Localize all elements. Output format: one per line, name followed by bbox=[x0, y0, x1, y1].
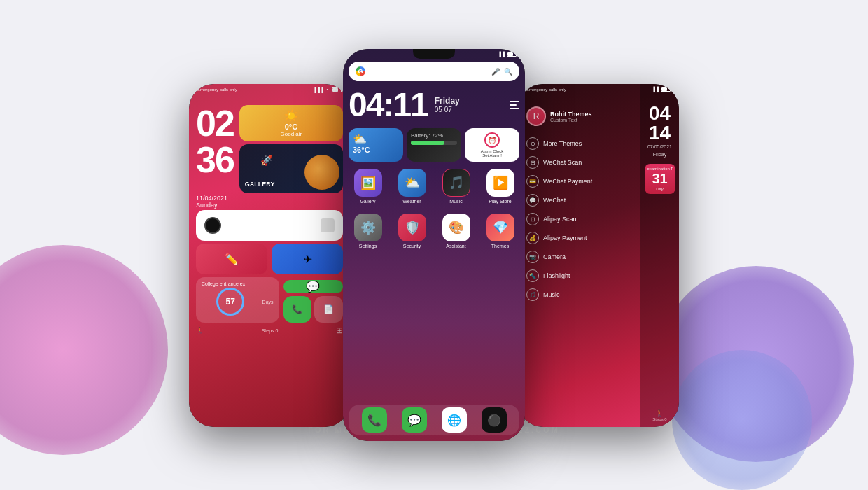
camera-widget[interactable] bbox=[196, 210, 343, 241]
google-icon: G bbox=[356, 66, 365, 76]
settings-app-icon: ⚙️ bbox=[354, 214, 382, 241]
menu-item-wechat[interactable]: 💬 WeChat bbox=[524, 191, 635, 209]
menu-item-wechat-scan[interactable]: ⊞ WeChat Scan bbox=[524, 153, 635, 172]
right-bottom-apps: 💬 📞 📄 bbox=[284, 280, 343, 323]
menu-item-flashlight[interactable]: 🔦 Flashlight bbox=[524, 267, 635, 285]
right-menu: R Rohit Themes Custom Text ⊕ More Themes… bbox=[518, 84, 640, 427]
center-time-row: 04:11 Friday 05 07 bbox=[349, 85, 519, 124]
gallery-widget[interactable]: GALLERY 🚀 bbox=[239, 144, 343, 193]
right-countdown-number: 31 bbox=[648, 171, 673, 187]
dock-messages[interactable]: 💬 bbox=[402, 407, 427, 433]
messages-app[interactable]: 💬 bbox=[284, 280, 343, 293]
menu-item-music[interactable]: 🎵 Music bbox=[524, 286, 635, 304]
weather-app[interactable]: ⛅ Weather bbox=[393, 169, 431, 204]
right-sidebar: 04 14 07/05/2021 Friday examination Rema… bbox=[640, 84, 679, 427]
flashlight-icon: 🔦 bbox=[526, 270, 539, 282]
music-app-icon: 🎵 bbox=[442, 169, 470, 197]
menu-item-wechat-payment[interactable]: 💳 WeChat Payment bbox=[524, 172, 635, 190]
assistant-app-icon: 🎨 bbox=[442, 214, 470, 241]
weather-app-label: Weather bbox=[402, 199, 421, 204]
battery-icon-right bbox=[661, 87, 671, 92]
playstore-app[interactable]: ▶️ Play Store bbox=[481, 169, 519, 204]
gallery-app[interactable]: 🖼️ Gallery bbox=[349, 169, 387, 204]
profile-sub: Custom Text bbox=[550, 118, 592, 122]
countdown-label: College entrance ex bbox=[202, 281, 274, 286]
alarm-widget[interactable]: ⏰ Alarm ClockSet Alarm! bbox=[465, 128, 519, 162]
camera-menu-icon: 📷 bbox=[526, 251, 539, 263]
left-content: 02 36 ☀️ 0°C Good air GALLERY 🚀 bbox=[189, 84, 350, 427]
file-app[interactable]: 📄 bbox=[314, 296, 343, 323]
more-themes-icon: ⊕ bbox=[526, 137, 539, 150]
profile-avatar: R bbox=[526, 106, 546, 126]
battery-icon-center bbox=[507, 52, 517, 57]
assistant-app-label: Assistant bbox=[446, 244, 465, 248]
battery-fill-center bbox=[411, 141, 444, 145]
phones-container: Emergency calls only ▐▐▐ ⚬ 02 36 ☀ bbox=[0, 0, 868, 490]
dock-camera[interactable]: ⚫ bbox=[482, 407, 507, 433]
weather-icon-center: ⛅ bbox=[353, 132, 399, 146]
menu-label-alipay-payment: Alipay Payment bbox=[543, 234, 587, 241]
center-clock: 04:11 bbox=[349, 85, 428, 124]
weather-widget[interactable]: ☀️ 0°C Good air bbox=[239, 105, 343, 141]
center-content: G 🎤 🔍 04:11 Friday 05 07 bbox=[343, 49, 525, 441]
footer-left: 🚶 Steps:0 ⊞ bbox=[196, 323, 343, 338]
status-bar-left: Emergency calls only ▐▐▐ ⚬ bbox=[189, 84, 350, 95]
dock-phone[interactable]: 📞 bbox=[362, 407, 387, 433]
status-text-left: Emergency calls only bbox=[197, 88, 237, 92]
status-text-right: Emergency calls only bbox=[526, 88, 566, 92]
themes-app[interactable]: 💎 Themes bbox=[481, 214, 519, 248]
weather-app-icon: ⛅ bbox=[398, 169, 426, 197]
status-icons-left: ▐▐▐ ⚬ bbox=[313, 87, 342, 92]
music-app[interactable]: 🎵 Music bbox=[437, 169, 475, 204]
center-day: Friday bbox=[435, 96, 460, 106]
battery-widget[interactable]: Battery: 72% bbox=[407, 128, 461, 162]
dock-center: 📞 💬 🌐 ⚫ bbox=[349, 405, 519, 435]
widgets-row: ⛅ 36°C Battery: 72% ⏰ Alarm ClockSet Ala… bbox=[349, 128, 519, 162]
right-content: R Rohit Themes Custom Text ⊕ More Themes… bbox=[518, 84, 679, 427]
music-menu-icon: 🎵 bbox=[526, 288, 539, 301]
battery-progress-bar bbox=[411, 141, 457, 145]
countdown-widget[interactable]: College entrance ex 57 Days bbox=[196, 277, 279, 323]
phone-app[interactable]: 📞 bbox=[284, 296, 312, 323]
weather-sun-icon: ☀️ bbox=[284, 109, 298, 122]
wechat-scan-icon: ⊞ bbox=[526, 156, 539, 169]
menu-label-wechat-scan: WeChat Scan bbox=[543, 159, 582, 166]
gallery-label: GALLERY bbox=[245, 181, 275, 188]
settings-app[interactable]: ⚙️ Settings bbox=[349, 214, 387, 248]
status-icons-right: ▐▐ bbox=[652, 87, 671, 92]
wechat-icon: 💬 bbox=[526, 194, 539, 206]
search-bar[interactable]: G 🎤 🔍 bbox=[349, 62, 519, 81]
eraser-icon: ✏️ bbox=[225, 253, 239, 266]
steps-text: Steps:0 bbox=[262, 328, 279, 333]
assistant-app[interactable]: 🎨 Assistant bbox=[437, 214, 475, 248]
security-app-icon: 🛡️ bbox=[398, 214, 426, 241]
camera-flash-icon bbox=[321, 218, 335, 232]
menu-item-camera[interactable]: 📷 Camera bbox=[524, 248, 635, 266]
menu-lines[interactable] bbox=[510, 101, 519, 109]
dock-chrome[interactable]: 🌐 bbox=[442, 407, 467, 433]
profile-name: Rohit Themes bbox=[550, 111, 592, 118]
security-app[interactable]: 🛡️ Security bbox=[393, 214, 431, 248]
phone-center: . ▐▐ G 🎤 🔍 04:11 Friday bbox=[343, 49, 525, 441]
menu-item-more-themes[interactable]: ⊕ More Themes bbox=[524, 134, 635, 153]
apps-grid-row1: 🖼️ Gallery ⛅ Weather 🎵 Music ▶️ Play Sto… bbox=[349, 166, 519, 206]
menu-item-alipay-payment[interactable]: 💰 Alipay Payment bbox=[524, 229, 635, 247]
countdown-widget-right[interactable]: examination Rema 31 Day bbox=[645, 164, 676, 194]
countdown-row: College entrance ex 57 Days 💬 bbox=[196, 277, 343, 323]
rocket-icon: 🚀 bbox=[260, 155, 272, 166]
settings-app-label: Settings bbox=[359, 244, 377, 248]
playstore-app-label: Play Store bbox=[489, 199, 511, 204]
right-footer: 🚶 Steps:0 bbox=[652, 410, 666, 421]
right-date: 07/05/2021 bbox=[648, 144, 672, 149]
telegram-app[interactable]: ✈ bbox=[272, 244, 343, 274]
battery-label: Battery: 72% bbox=[411, 132, 457, 139]
hour-left: 02 bbox=[196, 105, 234, 141]
menu-item-alipay-scan[interactable]: ⊡ Alipay Scan bbox=[524, 210, 635, 228]
menu-label-music: Music bbox=[543, 291, 560, 298]
profile-row: R Rohit Themes Custom Text bbox=[524, 104, 635, 132]
camera-circle-icon bbox=[204, 217, 221, 234]
weather-widget-center[interactable]: ⛅ 36°C bbox=[349, 128, 403, 162]
clock-left: 02 36 bbox=[196, 105, 234, 193]
right-minute: 14 bbox=[649, 123, 671, 143]
eraser-app[interactable]: ✏️ bbox=[196, 244, 267, 274]
